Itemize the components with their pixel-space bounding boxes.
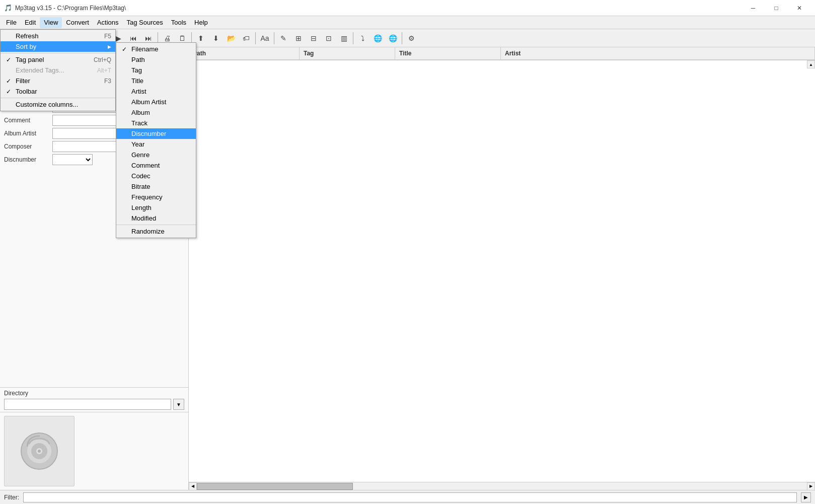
sep-1	[1, 53, 115, 53]
menu-tag-sources[interactable]: Tag Sources	[122, 17, 167, 28]
menu-file[interactable]: File	[2, 17, 21, 28]
discnumber-select[interactable]	[52, 154, 93, 165]
sort-track[interactable]: Track	[116, 118, 196, 128]
sort-tag[interactable]: Tag	[116, 65, 196, 76]
path-label: Path	[131, 56, 145, 63]
sort-modified[interactable]: Modified	[116, 213, 196, 224]
directory-dropdown-button[interactable]: ▼	[173, 399, 184, 410]
table-body	[189, 60, 815, 482]
menu-item-extended-tags[interactable]: Extended Tags... Alt+T	[1, 65, 115, 76]
album-art-section	[0, 412, 188, 490]
view-dropdown: Refresh F5 Sort by ✓ Tag panel Ctrl+Q Ex…	[0, 29, 116, 111]
down-button[interactable]: ⬇	[209, 31, 223, 45]
edit-button[interactable]: ✎	[276, 31, 290, 45]
col-artist[interactable]: Artist	[501, 47, 815, 59]
grid3-button[interactable]: ⊡	[322, 31, 336, 45]
grid2-button[interactable]: ⊟	[307, 31, 321, 45]
extended-tags-key: Alt+T	[87, 67, 111, 74]
customize-label: Customize columns...	[16, 101, 78, 108]
sort-path[interactable]: Path	[116, 54, 196, 65]
year-sort-label: Year	[131, 140, 144, 148]
grid1-button[interactable]: ⊞	[291, 31, 306, 45]
directory-input[interactable]: C:\Program Files\Mp3tag\	[4, 399, 171, 410]
album-artist-sort-label: Album Artist	[131, 98, 166, 106]
menu-view[interactable]: View	[40, 17, 62, 28]
comment-sort-label: Comment	[131, 162, 160, 169]
menu-actions[interactable]: Actions	[93, 17, 123, 28]
tag-button[interactable]: 🏷	[239, 31, 253, 45]
directory-section: Directory C:\Program Files\Mp3tag\ ▼	[0, 387, 188, 412]
sortby-label: Sort by	[16, 43, 36, 50]
col-path[interactable]: Path	[189, 47, 300, 59]
web1-button[interactable]: 🌐	[371, 31, 385, 45]
toolbar-label: Toolbar	[16, 88, 37, 95]
h-scroll-right[interactable]: ▶	[807, 482, 815, 490]
menu-tools[interactable]: Tools	[167, 17, 190, 28]
title-bar-left: 🎵 Mp3tag v3.15 - C:\Program Files\Mp3tag…	[4, 4, 126, 12]
disc-icon	[19, 431, 59, 471]
scroll-top-button[interactable]: ▲	[807, 60, 815, 68]
menu-item-customize[interactable]: Customize columns...	[1, 99, 115, 110]
sort-sep	[116, 225, 196, 225]
sort-bitrate[interactable]: Bitrate	[116, 181, 196, 192]
artist-sort-label: Artist	[131, 88, 146, 95]
web2-button[interactable]: 🌐	[386, 31, 400, 45]
sort-year[interactable]: Year	[116, 139, 196, 150]
sort-length[interactable]: Length	[116, 202, 196, 213]
h-scroll-track[interactable]	[197, 482, 807, 490]
sort-frequency[interactable]: Frequency	[116, 192, 196, 202]
h-scrollbar[interactable]: ◀ ▶	[189, 482, 815, 490]
settings-button[interactable]: ⚙	[404, 31, 418, 45]
sort-filename[interactable]: ✓ Filename	[116, 44, 196, 54]
album-artist-label: Album Artist	[4, 130, 49, 137]
close-button[interactable]: ✕	[788, 0, 811, 16]
album-art-box[interactable]	[4, 416, 75, 486]
case-button[interactable]: Aa	[258, 31, 272, 45]
filter-key: F3	[94, 78, 111, 85]
sort-genre[interactable]: Genre	[116, 150, 196, 160]
title-bar-title: Mp3tag v3.15 - C:\Program Files\Mp3tag\	[15, 5, 126, 12]
discnumber-sort-label: Discnumber	[131, 130, 166, 137]
menu-help[interactable]: Help	[190, 17, 212, 28]
sort-album-artist[interactable]: Album Artist	[116, 97, 196, 107]
col-tag[interactable]: Tag	[300, 47, 395, 59]
bitrate-sort-label: Bitrate	[131, 183, 151, 190]
sort-artist[interactable]: Artist	[116, 86, 196, 97]
sort-codec[interactable]: Codec	[116, 171, 196, 181]
filter-bar: Filter: ▶	[0, 490, 815, 504]
sort-discnumber[interactable]: Discnumber	[116, 128, 196, 139]
h-scroll-left[interactable]: ◀	[189, 482, 197, 490]
filter-label2: Filter	[16, 77, 30, 85]
sort-randomize[interactable]: Randomize	[116, 226, 196, 237]
menu-item-tag-panel[interactable]: ✓ Tag panel Ctrl+Q	[1, 54, 115, 65]
menu-item-filter[interactable]: ✓ Filter F3	[1, 76, 115, 86]
filter-input[interactable]	[23, 492, 797, 502]
sort-comment[interactable]: Comment	[116, 160, 196, 171]
maximize-button[interactable]: □	[765, 0, 788, 16]
tag-panel-key: Ctrl+Q	[84, 56, 111, 63]
sort-title[interactable]: Title	[116, 76, 196, 86]
title-bar: 🎵 Mp3tag v3.15 - C:\Program Files\Mp3tag…	[0, 0, 815, 16]
directory-input-row: C:\Program Files\Mp3tag\ ▼	[4, 399, 184, 410]
load-button[interactable]: 📂	[224, 31, 238, 45]
sort-album[interactable]: Album	[116, 107, 196, 118]
minimize-button[interactable]: ─	[742, 0, 765, 16]
refresh-key: F5	[94, 33, 111, 40]
menu-item-toolbar[interactable]: ✓ Toolbar	[1, 86, 115, 97]
export-button[interactable]: ⤵	[355, 31, 369, 45]
directory-label-row: Directory	[4, 390, 184, 397]
menu-edit[interactable]: Edit	[21, 17, 40, 28]
composer-label: Composer	[4, 143, 49, 150]
menu-item-refresh[interactable]: Refresh F5	[1, 31, 115, 41]
album-sort-label: Album	[131, 109, 150, 116]
h-scroll-thumb[interactable]	[197, 483, 353, 490]
menu-item-sortby[interactable]: Sort by	[1, 41, 115, 52]
col-title[interactable]: Title	[395, 47, 501, 59]
filter-go-button[interactable]: ▶	[801, 492, 811, 502]
refresh-label: Refresh	[16, 32, 39, 40]
menu-convert[interactable]: Convert	[62, 17, 93, 28]
sep-2	[1, 98, 115, 98]
grid4-button[interactable]: ▥	[337, 31, 351, 45]
discnumber-label: Discnumber	[4, 156, 49, 163]
filename-check: ✓	[120, 46, 128, 53]
